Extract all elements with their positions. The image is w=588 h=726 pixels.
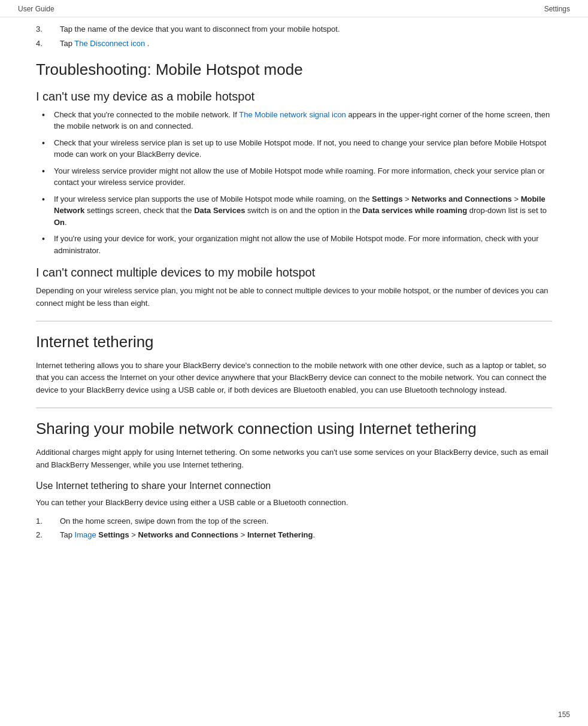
internet-tethering-para: Internet tethering allows you to share y… <box>36 360 552 397</box>
bullet-2: Check that your wireless service plan is… <box>36 137 552 160</box>
step-4-text: Tap The Disconnect icon . <box>60 38 552 50</box>
cant-use-bullets: Check that you're connected to the mobil… <box>36 109 552 257</box>
bullet-2-text: Check that your wireless service plan is… <box>54 137 552 160</box>
page-header: User Guide Settings <box>0 0 588 17</box>
tethering-steps: 1. On the home screen, swipe down from t… <box>36 515 552 541</box>
main-content: 3. Tap the name of the device that you w… <box>0 17 588 565</box>
tether-step-1-num: 1. <box>36 515 60 527</box>
tether-step-2-text: Tap Image Settings > Networks and Connec… <box>60 529 552 541</box>
bullet-5: If you're using your device for work, yo… <box>36 233 552 256</box>
cant-connect-para: Depending on your wireless service plan,… <box>36 285 552 310</box>
tether-step-1: 1. On the home screen, swipe down from t… <box>36 515 552 527</box>
step-3-num: 3. <box>36 23 60 35</box>
disconnect-icon-link[interactable]: The Disconnect icon <box>74 39 145 48</box>
tether-step-2-num: 2. <box>36 529 60 541</box>
bullet-1-text: Check that you're connected to the mobil… <box>54 109 552 132</box>
cant-use-title: I can't use my device as a mobile hotspo… <box>36 89 552 104</box>
image-label[interactable]: Image <box>75 530 96 539</box>
initial-steps: 3. Tap the name of the device that you w… <box>36 23 552 49</box>
bullet-3: Your wireless service provider might not… <box>36 165 552 189</box>
sharing-para: Additional charges might apply for using… <box>36 446 552 472</box>
bullet-1: Check that you're connected to the mobil… <box>36 109 552 132</box>
bullet-5-text: If you're using your device for work, yo… <box>54 233 552 256</box>
section-divider-1 <box>36 321 552 321</box>
step-4: 4. Tap The Disconnect icon . <box>36 38 552 50</box>
header-right: Settings <box>544 5 570 13</box>
mobile-network-signal-link[interactable]: The Mobile network signal icon <box>239 110 345 119</box>
use-tethering-para: You can tether your BlackBerry device us… <box>36 497 552 509</box>
cant-connect-title: I can't connect multiple devices to my m… <box>36 265 552 280</box>
page-number: 155 <box>558 710 570 719</box>
sharing-title: Sharing your mobile network connection u… <box>36 419 552 439</box>
bullet-3-text: Your wireless service provider might not… <box>54 165 552 189</box>
page-footer: 155 <box>558 710 570 719</box>
tether-step-1-text: On the home screen, swipe down from the … <box>60 515 552 527</box>
bullet-4: If your wireless service plan supports t… <box>36 193 552 229</box>
section-divider-2 <box>36 408 552 408</box>
step-3: 3. Tap the name of the device that you w… <box>36 23 552 35</box>
header-left: User Guide <box>18 5 54 13</box>
bullet-4-text: If your wireless service plan supports t… <box>54 193 552 229</box>
troubleshooting-title: Troubleshooting: Mobile Hotspot mode <box>36 60 552 80</box>
step-4-num: 4. <box>36 38 60 50</box>
internet-tethering-title: Internet tethering <box>36 332 552 353</box>
tether-step-2: 2. Tap Image Settings > Networks and Con… <box>36 529 552 541</box>
use-tethering-title: Use Internet tethering to share your Int… <box>36 479 552 493</box>
step-3-text: Tap the name of the device that you want… <box>60 23 552 35</box>
